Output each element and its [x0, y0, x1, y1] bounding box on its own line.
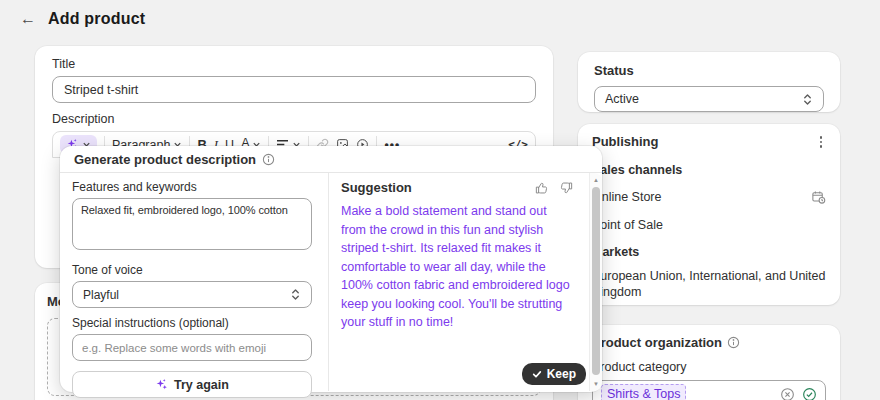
popup-suggestion-column: Suggestion Make a bold statement and sta… [329, 173, 589, 391]
channel-point-of-sale: Point of Sale [592, 218, 663, 232]
try-again-button[interactable]: Try again [72, 371, 312, 398]
product-organization-card: Product organization Product category Sh… [578, 325, 840, 400]
check-icon [532, 369, 542, 379]
page-title: Add product [48, 10, 145, 28]
popup-scrollbar[interactable]: ▲ ▼ [589, 173, 602, 391]
description-label: Description [52, 112, 536, 126]
tone-select[interactable]: Playful [72, 281, 312, 308]
select-stepper-icon [290, 288, 301, 301]
popup-form-column: Features and keywords Relaxed fit, embro… [60, 173, 329, 391]
tone-label: Tone of voice [72, 263, 312, 277]
schedule-icon[interactable] [811, 190, 826, 205]
approve-circle-icon[interactable] [802, 387, 817, 400]
features-textarea[interactable]: Relaxed fit, embroidered logo, 100% cott… [72, 198, 312, 250]
product-category-label: Product category [592, 360, 826, 374]
sparkle-icon [155, 378, 168, 391]
back-arrow-icon[interactable]: ← [20, 11, 36, 27]
status-value: Active [605, 92, 639, 106]
kebab-menu-icon[interactable] [816, 134, 827, 150]
sales-channels-label: Sales channels [592, 163, 826, 177]
info-icon[interactable] [727, 336, 740, 349]
title-input[interactable] [52, 76, 536, 103]
instructions-input[interactable] [72, 334, 312, 361]
status-title: Status [594, 63, 824, 78]
suggestion-label: Suggestion [341, 180, 412, 195]
product-category-input[interactable]: Shirts & Tops [592, 380, 826, 400]
popup-title: Generate product description [74, 152, 256, 167]
scrollbar-thumb[interactable] [592, 187, 600, 375]
scroll-up-icon[interactable]: ▲ [590, 175, 602, 185]
dismiss-circle-icon[interactable] [780, 387, 795, 400]
scroll-down-icon[interactable]: ▼ [590, 379, 602, 389]
product-organization-title: Product organization [592, 335, 722, 350]
select-stepper-icon [802, 93, 813, 106]
channel-row: Online Store [592, 190, 826, 205]
page-header: ← Add product [20, 10, 145, 28]
status-card: Status Active [578, 52, 840, 112]
title-label: Title [52, 57, 536, 71]
popup-header: Generate product description [60, 146, 602, 173]
markets-label: Markets [592, 245, 826, 259]
thumbs-up-icon[interactable] [535, 181, 549, 195]
channel-online-store: Online Store [592, 190, 661, 204]
keep-button[interactable]: Keep [522, 363, 586, 385]
channel-row: Point of Sale [592, 218, 826, 232]
markets-value: European Union, International, and Unite… [592, 268, 826, 300]
keep-label: Keep [547, 367, 576, 381]
try-again-label: Try again [174, 378, 229, 392]
publishing-card: Publishing Sales channels Online Store P… [578, 124, 840, 305]
thumbs-down-icon[interactable] [559, 181, 573, 195]
generate-description-popup: Generate product description Features an… [60, 146, 602, 392]
tone-value: Playful [83, 288, 119, 302]
category-tag[interactable]: Shirts & Tops [601, 384, 686, 400]
info-icon[interactable] [262, 153, 275, 166]
features-label: Features and keywords [72, 180, 312, 194]
instructions-label: Special instructions (optional) [72, 316, 312, 330]
suggestion-text: Make a bold statement and stand out from… [341, 202, 573, 332]
status-select[interactable]: Active [594, 86, 824, 112]
